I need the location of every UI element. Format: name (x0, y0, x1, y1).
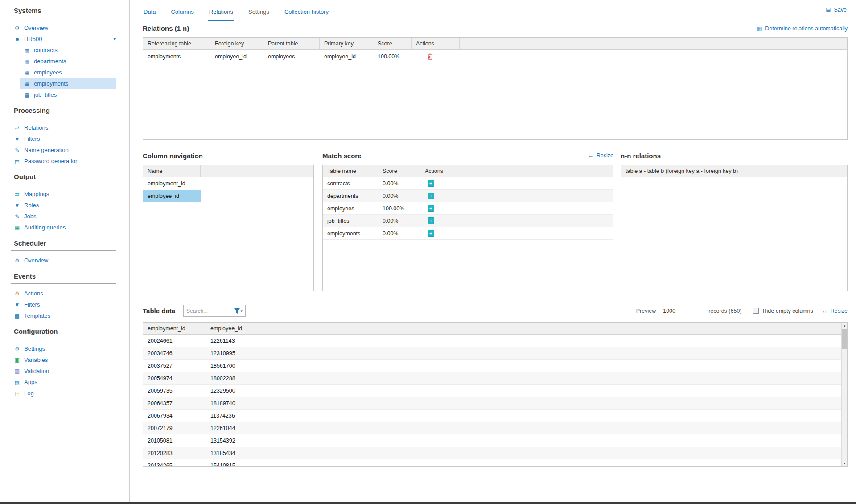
column-row-employment-id[interactable]: employment_id (143, 177, 313, 190)
column-header-spacer (448, 38, 460, 49)
add-relation-button[interactable]: + (428, 193, 434, 199)
table-row[interactable]: 20072179 12261044 (143, 422, 847, 434)
column-header-parent-table[interactable]: Parent table (263, 38, 320, 49)
vertical-scrollbar[interactable]: ▲ ▼ (841, 323, 847, 466)
determine-relations-button[interactable]: ▦ Determine relations automatically (756, 25, 848, 32)
sidebar-item-scheduler-overview[interactable]: ⚙ Overview (0, 255, 129, 266)
column-navigation-panel: Column navigation Name employment_id emp… (143, 152, 314, 291)
match-score-row[interactable]: job_titles 0.00% + (323, 215, 613, 227)
column-header-referencing-table[interactable]: Referencing table (143, 38, 210, 49)
table-row[interactable]: 20120283 13185434 (143, 447, 847, 459)
add-relation-button[interactable]: + (428, 230, 434, 237)
resize-match-score-button[interactable]: ↔ Resize (588, 152, 613, 159)
middle-panels: Column navigation Name employment_id emp… (143, 152, 848, 291)
add-relation-button[interactable]: + (428, 205, 434, 212)
cell-employee-id: 18002288 (206, 372, 256, 384)
cell-score: 0.00% (378, 227, 420, 239)
table-row[interactable]: 20134265 15410815 (143, 459, 847, 467)
column-header-employee-id[interactable]: employee_id (206, 323, 256, 334)
sidebar-item-actions[interactable]: ⚙ Actions (0, 288, 129, 299)
sidebar-section-systems: Systems ⚙ Overview ☻ HR500 ▾ ▦ contracts… (0, 0, 129, 100)
item-label: Filters (24, 301, 40, 308)
item-label: Apps (24, 379, 37, 385)
sidebar-item-variables[interactable]: ▣ Variables (0, 354, 129, 365)
match-score-row[interactable]: contracts 0.00% + (323, 177, 613, 190)
sidebar-item-password-generation[interactable]: ▤ Password generation (0, 156, 129, 167)
column-header-primary-key[interactable]: Primary key (320, 38, 373, 49)
sidebar-item-settings[interactable]: ⚙ Settings (0, 343, 129, 354)
save-button[interactable]: ▤ Save (825, 7, 847, 13)
sidebar-item-mappings[interactable]: ⇄ Mappings (0, 188, 129, 200)
table-row[interactable]: 20054974 18002288 (143, 372, 847, 385)
match-score-row[interactable]: departments 0.00% + (323, 190, 613, 202)
add-relation-button[interactable]: + (428, 217, 434, 224)
match-score-row[interactable]: employments 0.00% + (323, 227, 613, 240)
search-input[interactable] (186, 308, 234, 314)
sidebar-item-jobs[interactable]: ✎ Jobs (0, 211, 129, 222)
tab-relations[interactable]: Relations (208, 8, 234, 21)
item-label: Filters (24, 135, 40, 142)
sidebar-item-overview[interactable]: ⚙ Overview (0, 22, 129, 33)
sidebar-item-name-generation[interactable]: ✎ Name generation (0, 144, 129, 156)
column-row-employee-id[interactable]: employee_id (143, 190, 313, 202)
sidebar-item-event-filters[interactable]: ▼ Filters (0, 299, 129, 310)
item-label: Variables (24, 356, 48, 363)
column-header-actions[interactable]: Actions (412, 38, 448, 49)
sidebar-section-scheduler: Scheduler ⚙ Overview (0, 233, 129, 266)
table-row[interactable]: 20037527 18561700 (143, 360, 847, 372)
divider (11, 339, 116, 339)
table-row[interactable]: 20105081 13154392 (143, 434, 847, 447)
sidebar-item-roles[interactable]: ▼ Roles (0, 200, 129, 211)
table-icon: ▦ (24, 70, 30, 75)
scrollbar-thumb[interactable] (842, 329, 847, 349)
match-score-row[interactable]: employees 100.00% + (323, 202, 613, 215)
tab-collection-history[interactable]: Collection history (284, 8, 329, 21)
column-header-employment-id[interactable]: employment_id (143, 323, 206, 334)
sidebar-item-employments[interactable]: ▦ employments (20, 78, 116, 89)
sidebar-item-filters[interactable]: ▼ Filters (0, 133, 129, 144)
add-relation-button[interactable]: + (428, 180, 434, 187)
item-label: Actions (24, 290, 43, 297)
resize-table-data-button[interactable]: ↔ Resize (822, 308, 848, 314)
sidebar-item-validation[interactable]: ▥ Validation (0, 365, 129, 377)
scroll-down-button[interactable]: ▼ (842, 460, 847, 466)
table-row[interactable]: 20059735 12329500 (143, 385, 847, 397)
column-header-score[interactable]: Score (378, 165, 420, 177)
scroll-up-button[interactable]: ▲ (842, 323, 847, 328)
column-header-name[interactable]: Name (143, 165, 201, 177)
tab-data[interactable]: Data (143, 8, 156, 21)
column-header-actions[interactable]: Actions (420, 165, 463, 177)
filter-dropdown-button[interactable]: ▾ (234, 308, 243, 314)
cell-parent-table: employees (263, 50, 320, 63)
column-header-score[interactable]: Score (373, 38, 412, 49)
sidebar-item-templates[interactable]: ▤ Templates (0, 310, 129, 321)
hide-empty-columns-checkbox[interactable] (753, 308, 759, 314)
sidebar-item-departments[interactable]: ▦ departments (20, 56, 116, 67)
delete-relation-button[interactable] (428, 53, 433, 60)
sidebar-item-apps[interactable]: ▧ Apps (0, 377, 129, 388)
tab-settings[interactable]: Settings (247, 8, 270, 21)
sidebar-item-contracts[interactable]: ▦ contracts (20, 45, 116, 56)
sidebar-item-relations[interactable]: ⇄ Relations (0, 122, 129, 133)
column-header-table-name[interactable]: Table name (323, 165, 378, 177)
column-header-table-pair[interactable]: table a - table b (foreign key a - forei… (621, 165, 807, 177)
preview-count-input[interactable] (660, 306, 704, 316)
table-row[interactable]: 20067934 11374236 (143, 410, 847, 422)
table-row[interactable]: 20064357 18189740 (143, 397, 847, 410)
pencil-icon: ✎ (14, 214, 21, 219)
plus-icon: + (429, 231, 432, 236)
cell-employment-id: 20134265 (143, 459, 206, 467)
column-navigation-table: Name employment_id employee_id (143, 165, 314, 291)
chevron-down-icon[interactable]: ▾ (113, 36, 116, 42)
table-row[interactable]: 20034746 12310995 (143, 347, 847, 360)
tab-columns[interactable]: Columns (170, 8, 194, 21)
cell-employment-id: 20054974 (143, 372, 206, 384)
relation-row[interactable]: employments employee_id employees employ… (143, 50, 847, 63)
column-header-foreign-key[interactable]: Foreign key (210, 38, 263, 49)
sidebar-item-auditing-queries[interactable]: ▦ Auditing queries (0, 222, 129, 233)
sidebar-item-log[interactable]: ▤ Log (0, 388, 129, 399)
sidebar-item-employees[interactable]: ▦ employees (20, 67, 116, 78)
table-row[interactable]: 20024661 12261143 (143, 335, 847, 347)
sidebar-item-hr500[interactable]: ☻ HR500 ▾ (0, 33, 129, 45)
sidebar-item-job-titles[interactable]: ▦ job_titles (20, 89, 116, 100)
